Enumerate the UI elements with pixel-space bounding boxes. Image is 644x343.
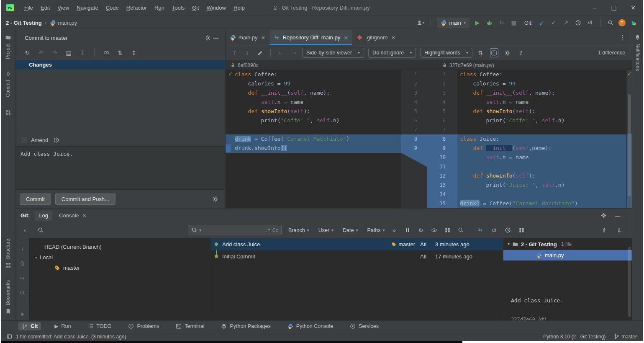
close-tab-icon[interactable]: ×	[344, 35, 348, 40]
breadcrumb-file[interactable]: main.py	[50, 20, 77, 26]
filter-paths[interactable]: Paths▾	[367, 227, 385, 233]
tool-stripe-commit[interactable]: Commit	[5, 71, 11, 97]
changes-group-row[interactable]: Changes	[15, 60, 225, 70]
highlight-mode-select[interactable]: Highlight words ▾	[420, 48, 472, 58]
commit-history-icon[interactable]	[52, 135, 60, 144]
profile-button[interactable]: ▾	[416, 18, 425, 27]
search-everywhere-button[interactable]	[606, 18, 615, 27]
viewer-mode-select[interactable]: Side-by-side viewer ▾	[302, 48, 364, 58]
more-filters-icon[interactable]: »	[390, 226, 398, 235]
toolwindow-run[interactable]: ▶Run	[51, 322, 74, 330]
changelists-icon[interactable]: ▤	[64, 48, 73, 57]
menu-file[interactable]: File	[21, 5, 37, 11]
git-push-button[interactable]: ↗	[562, 18, 570, 27]
menu-edit[interactable]: Edit	[37, 5, 54, 11]
branch-tree-item-head-current-branch-[interactable]: HEAD (Current Branch)	[29, 242, 211, 252]
update-available-badge[interactable]: ↑	[618, 19, 626, 26]
tab-log[interactable]: Log	[35, 211, 52, 221]
changed-files-root[interactable]: ▾ 2 - Git Testing 1 file	[503, 238, 632, 250]
changed-file-row[interactable]: main.py	[503, 250, 632, 260]
menu-git[interactable]: Git	[188, 5, 203, 11]
close-tab-icon[interactable]: ×	[391, 35, 396, 40]
scrollbar-thumb[interactable]	[628, 94, 631, 196]
run-configuration-select[interactable]: main ▾	[437, 18, 470, 28]
menu-window[interactable]: Window	[203, 5, 230, 11]
tool-stripe-notifications[interactable]: Notifications	[634, 34, 641, 71]
tool-stripe-project[interactable]: Project	[5, 34, 11, 59]
breadcrumb-project[interactable]: 2 - Git Testing	[6, 20, 42, 26]
expand-all-icon[interactable]: ⇅	[116, 48, 124, 57]
refresh-icon[interactable]: ↻	[417, 226, 425, 235]
help-icon[interactable]: ?	[517, 48, 525, 57]
diff-settings-icon[interactable]	[503, 48, 512, 57]
go-to-hash-icon[interactable]	[457, 226, 465, 235]
tool-stripe-bookmarks[interactable]: Bookmarks	[5, 280, 11, 315]
toolwindow-python-console[interactable]: Python Console	[284, 322, 336, 330]
filter-user[interactable]: User▾	[318, 227, 334, 233]
ignore-policy-select[interactable]: Do not ignore ▾	[368, 48, 416, 58]
toolwindow-services[interactable]: Services	[346, 322, 382, 330]
toolwindow-python-packages[interactable]: Python Packages	[218, 322, 274, 330]
layout-icon[interactable]	[7, 334, 12, 339]
tab-repository-diff-main.py[interactable]: Repository Diff: main.py×	[269, 30, 352, 45]
minimize-button[interactable]: –	[585, 0, 604, 15]
sync-scroll-icon[interactable]	[490, 48, 498, 57]
toolwindow-problems[interactable]: Problems	[125, 322, 162, 330]
pause-refresh-icon[interactable]	[403, 226, 412, 235]
menu-view[interactable]: View	[54, 5, 73, 11]
commit-search-input[interactable]	[203, 227, 263, 233]
hide-commit-panel-icon[interactable]: —	[212, 33, 220, 42]
python-interpreter[interactable]: Python 3.10 (2 - Git Testing)	[543, 334, 606, 340]
hide-log-panel-icon[interactable]: —	[613, 211, 622, 220]
log-settings-gear-icon[interactable]	[599, 211, 608, 220]
chevron-down-icon[interactable]: ▾	[35, 255, 37, 260]
menu-navigate[interactable]: Navigate	[73, 5, 102, 11]
diff-right-pane[interactable]: class Coffee: calories = 99 def __init__…	[457, 70, 626, 208]
tool-stripe-pull-requests[interactable]	[5, 109, 11, 116]
commit-row[interactable]: Initial CommitAti17 minutes ago	[211, 250, 503, 263]
tool-stripe-structure[interactable]: Structure	[5, 239, 11, 268]
diff-scrollbar[interactable]: ✓	[626, 70, 632, 208]
ide-promo-icon[interactable]	[629, 18, 638, 27]
close-tab-icon[interactable]: ×	[261, 35, 266, 40]
preview-details-icon[interactable]	[430, 226, 439, 235]
tab-.gitignore[interactable]: .gitignore×	[352, 30, 400, 45]
back-icon[interactable]: ‹	[21, 226, 29, 235]
regex-toggle[interactable]: .*	[264, 227, 270, 233]
scrollbar-thumb[interactable]	[628, 247, 631, 317]
run-button[interactable]: ▶	[473, 18, 482, 27]
tab-main.py[interactable]: main.py×	[226, 30, 269, 45]
menu-tools[interactable]: Tools	[168, 5, 188, 11]
menu-code[interactable]: Code	[102, 5, 123, 11]
editor-options-kebab-icon[interactable]: ⋮	[619, 34, 632, 41]
menu-help[interactable]: Help	[230, 5, 249, 11]
commit-search-field[interactable]: ▾ .* Cc	[188, 225, 282, 235]
commit-row[interactable]: Add class Juice.masterAti3 minutes ago	[211, 238, 503, 250]
filter-date[interactable]: Date▾	[343, 227, 358, 233]
show-history-icon[interactable]	[504, 226, 512, 235]
collapse-all-icon[interactable]: ↕	[130, 48, 138, 57]
compare-icon[interactable]	[476, 226, 485, 235]
commit-options-gear-icon[interactable]	[203, 33, 212, 42]
menu-run[interactable]: Run	[151, 5, 168, 11]
branch-tree-item-local[interactable]: ▾Local	[29, 252, 211, 263]
close-tab-icon[interactable]: ×	[82, 213, 87, 218]
expand-all-icon[interactable]: ⇑	[600, 226, 608, 235]
git-commit-button[interactable]: ✓	[549, 18, 558, 27]
collapse-unchanged-icon[interactable]: ⇅	[477, 48, 485, 57]
toolwindow-todo[interactable]: TODO	[85, 322, 115, 330]
git-branch-widget[interactable]: master	[614, 334, 637, 340]
refresh-icon[interactable]: ↻	[23, 48, 31, 57]
commit-settings-gear-icon[interactable]	[211, 194, 219, 204]
debug-button[interactable]	[485, 18, 494, 27]
commit-message-input[interactable]: Add class Juice.	[15, 146, 225, 190]
match-case-toggle[interactable]: Cc	[272, 227, 278, 233]
toolwindow-git[interactable]: Git	[18, 322, 41, 330]
hidden-toolwindows-icon[interactable]: »	[18, 309, 26, 319]
diff-left-pane[interactable]: ✓ class Coffee: calories = 99 def __init…	[226, 70, 401, 208]
rollback-icon[interactable]: ↺	[490, 226, 498, 235]
maximize-button[interactable]: □	[604, 0, 623, 15]
commit-button[interactable]: Commit	[20, 193, 51, 205]
preview-diff-icon[interactable]	[102, 48, 110, 57]
collapse-all-icon[interactable]: ⇓	[615, 226, 623, 235]
